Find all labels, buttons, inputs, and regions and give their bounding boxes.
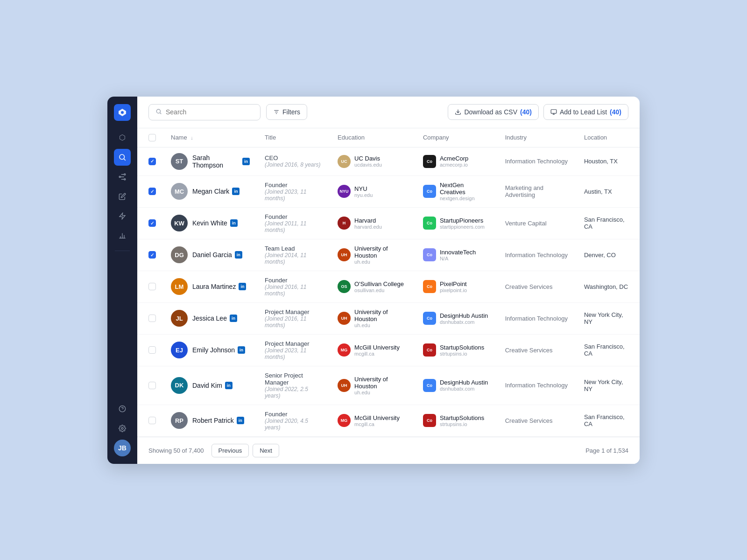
education-cell: MG McGill University mcgill.ca (330, 334, 416, 366)
previous-button[interactable]: Previous (211, 444, 249, 457)
select-all-checkbox[interactable] (148, 134, 156, 141)
linkedin-icon[interactable]: in (232, 188, 240, 195)
toolbar: Filters Download as CSV (40) (137, 97, 640, 128)
add-lead-list-button[interactable]: Add to Lead List (40) (543, 104, 628, 120)
school-name: NYU (354, 185, 373, 192)
linkedin-icon[interactable]: in (242, 158, 250, 165)
row-checkbox[interactable] (148, 315, 156, 322)
school-domain: ucdavis.edu (354, 162, 382, 168)
row-checkbox[interactable] (148, 158, 156, 165)
join-date: (Joined 2023, 11 months) (265, 189, 323, 202)
row-checkbox[interactable] (148, 219, 156, 227)
company-column-header[interactable]: Company (416, 128, 498, 147)
row-checkbox-cell[interactable] (137, 239, 163, 271)
join-date: (Joined 2022, 2.5 years) (265, 386, 323, 399)
company-logo: Co (423, 414, 436, 427)
linkedin-icon[interactable]: in (238, 346, 245, 354)
school-domain: mcgill.ca (354, 351, 400, 357)
location-cell: Washington, DC (577, 271, 640, 302)
row-checkbox-cell[interactable] (137, 175, 163, 207)
row-checkbox-cell[interactable] (137, 366, 163, 405)
school-domain: harvard.edu (354, 224, 382, 230)
company-domain: nextgen.design (440, 196, 490, 201)
linkedin-icon[interactable]: in (230, 219, 238, 227)
industry-column-header[interactable]: Industry (498, 128, 577, 147)
row-checkbox-cell[interactable] (137, 302, 163, 334)
row-checkbox[interactable] (148, 346, 156, 354)
table-row: JL Jessica Lee in Project Manager (Joine… (137, 302, 640, 334)
filter-button[interactable]: Filters (266, 104, 307, 120)
row-checkbox[interactable] (148, 382, 156, 389)
row-checkbox-cell[interactable] (137, 334, 163, 366)
row-checkbox-cell[interactable] (137, 207, 163, 239)
location-cell: New York City, NY (577, 366, 640, 405)
user-avatar[interactable]: JB (114, 440, 131, 456)
row-checkbox[interactable] (148, 283, 156, 290)
row-checkbox[interactable] (148, 417, 156, 424)
settings-nodes-icon[interactable] (114, 168, 131, 185)
job-title: CEO (265, 154, 323, 161)
industry-cell: Marketing and Advertising (498, 175, 577, 207)
app-wrapper: ⬡ (107, 97, 640, 464)
hexagon-icon[interactable]: ⬡ (114, 129, 131, 146)
name-cell: DG Daniel Garcia in (163, 239, 257, 271)
pencil-icon[interactable] (114, 188, 131, 205)
download-csv-label: Download as CSV (464, 108, 517, 116)
person-name: Laura Martinez in (192, 283, 246, 290)
school-logo: UC (338, 155, 351, 168)
select-all-header[interactable] (137, 128, 163, 147)
school-logo: UH (338, 379, 351, 392)
title-cell: Senior Project Manager (Joined 2022, 2.5… (257, 366, 330, 405)
title-column-header[interactable]: Title (257, 128, 330, 147)
people-table-container: Name ↓ Title Education Company Industry … (137, 128, 640, 437)
linkedin-icon[interactable]: in (235, 251, 242, 259)
toolbar-right: Download as CSV (40) Add to Lead List (4… (448, 104, 628, 120)
sidebar-logo[interactable] (114, 104, 131, 121)
name-cell: RP Robert Patrick in (163, 405, 257, 436)
lightning-icon[interactable] (114, 208, 131, 224)
row-checkbox[interactable] (148, 188, 156, 195)
job-title: Project Manager (265, 340, 323, 347)
search-input[interactable] (166, 108, 254, 116)
add-lead-count: (40) (610, 108, 621, 116)
person-name: Daniel Garcia in (192, 251, 242, 259)
svg-point-3 (124, 174, 126, 175)
showing-count: Showing 50 of 7,400 (148, 447, 204, 454)
name-cell: ST Sarah Thompson in (163, 147, 257, 175)
row-checkbox[interactable] (148, 251, 156, 259)
location-cell: San Francisco, CA (577, 207, 640, 239)
industry-cell: Information Technology (498, 147, 577, 175)
location-column-header[interactable]: Location (577, 128, 640, 147)
row-checkbox-cell[interactable] (137, 271, 163, 302)
company-logo: Co (423, 185, 436, 198)
linkedin-icon[interactable]: in (230, 315, 237, 322)
chart-icon[interactable] (114, 227, 131, 244)
row-checkbox-cell[interactable] (137, 147, 163, 175)
linkedin-icon[interactable]: in (237, 417, 244, 424)
company-logo: Co (423, 343, 436, 357)
job-title: Senior Project Manager (265, 372, 323, 386)
name-column-header[interactable]: Name ↓ (163, 128, 257, 147)
title-cell: Founder (Joined 2016, 11 months) (257, 271, 330, 302)
name-cell: KW Kevin White in (163, 207, 257, 239)
avatar: ST (171, 153, 188, 170)
linkedin-icon[interactable]: in (239, 283, 246, 290)
download-csv-button[interactable]: Download as CSV (40) (448, 104, 539, 120)
education-cell: MG McGill University mcgill.ca (330, 405, 416, 436)
settings-gear-icon[interactable] (114, 420, 131, 437)
school-name: University of Houston (354, 308, 408, 322)
school-logo: UH (338, 312, 351, 325)
education-column-header[interactable]: Education (330, 128, 416, 147)
search-box[interactable] (148, 104, 261, 120)
next-button[interactable]: Next (253, 444, 279, 457)
help-icon[interactable] (114, 400, 131, 417)
education-cell: OS O'Sullivan College osullivan.edu (330, 271, 416, 302)
avatar: RP (171, 412, 188, 429)
search-people-icon[interactable] (114, 149, 131, 166)
person-name: Megan Clark in (192, 188, 240, 195)
school-logo: NYU (338, 185, 351, 198)
industry-cell: Information Technology (498, 239, 577, 271)
school-logo: H (338, 217, 351, 230)
row-checkbox-cell[interactable] (137, 405, 163, 436)
linkedin-icon[interactable]: in (225, 382, 233, 389)
